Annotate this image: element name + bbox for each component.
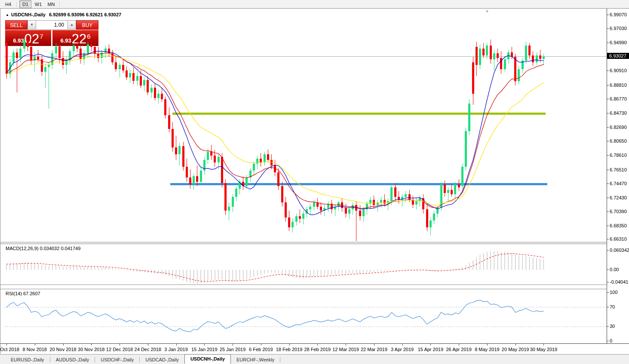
tab-eurchf-weekly[interactable]: EURCHF-,Weekly [231,355,280,364]
date-axis-tick [430,344,431,346]
price-axis-label: 6.94990 [610,40,627,45]
tab-usdcnh-daily[interactable]: USDCNH-,Daily [184,354,231,364]
date-axis-tick [374,344,374,346]
date-axis-tick [204,344,205,346]
date-axis-label: 3 Apr 2019 [391,347,414,352]
toolbar-separator [16,1,17,7]
price-axis-tick [607,198,609,198]
date-axis-tick [148,344,148,346]
price-axis-label: 6.72430 [610,195,627,200]
macd-axis-tick [607,250,609,251]
rsi-panel[interactable] [4,289,607,343]
macd-axis-tick [607,282,609,282]
price-axis-tick [607,15,609,15]
tab-separator [280,357,280,362]
price-axis-tick [607,85,609,86]
price-axis[interactable]: 6.990706.970306.949906.909106.888106.867… [607,9,629,343]
date-axis-label: 6 Feb 2019 [249,347,273,352]
macd-indicator-label: MACD(12,26,9) 0.034032 0.041749 [6,246,80,251]
rsi-indicator-label: RSI(14) 67.2607 [6,291,40,296]
price-axis-tick [607,28,609,29]
price-axis-label: 6.74470 [610,181,627,186]
price-axis-tick [607,113,609,113]
date-axis-tick [515,344,516,346]
macd-axis-tick [607,269,609,270]
date-axis[interactable]: 29 Oct 20188 Nov 201820 Nov 201830 Nov 2… [0,343,629,354]
date-axis-label: 20 May 2019 [502,347,529,352]
date-axis-tick [233,344,233,346]
date-axis-label: 3 Jan 2019 [164,347,187,352]
price-axis-tick [607,99,609,99]
price-axis-tick [607,184,609,184]
price-axis-label: 6.80650 [610,138,627,144]
date-axis-label: 30 Nov 2018 [78,347,104,352]
timeframe-button-d1[interactable]: D1 [19,0,31,8]
price-axis-label: 6.84730 [610,110,627,116]
current-price-tag: 6.93027 [607,53,629,59]
tab-audusd-daily[interactable]: AUDUSD-,Daily [50,355,95,364]
tab-usdcad-daily[interactable]: USDCAD-,Daily [140,355,184,364]
date-axis-tick [176,344,177,346]
date-axis-label: 12 Mar 2019 [332,347,359,352]
rsi-axis-label: 0 [610,338,612,343]
date-axis-tick [120,344,120,346]
rsi-axis-tick [607,292,609,293]
price-axis-label: 6.82690 [610,125,627,130]
price-axis-label: 6.76510 [610,167,627,172]
date-axis-label: 28 Feb 2019 [304,347,331,352]
rsi-axis-label: 100 [610,290,617,295]
price-axis-label: 6.88810 [610,83,627,88]
trading-terminal: H4D1W1MN ▲USDCNH-,Daily6.92699 6.93096 6… [0,0,629,364]
tab-usdchf-daily[interactable]: USDCHF-,Daily [95,355,139,364]
rsi-axis-label: 30 [610,324,615,329]
date-axis-label: 22 Mar 2019 [361,347,387,352]
price-axis-label: 6.66310 [610,236,627,242]
date-axis-label: 24 Dec 2018 [135,347,161,352]
price-axis-label: 6.78610 [610,153,627,158]
tab-eurusd-daily[interactable]: EURUSD-,Daily [5,355,50,364]
date-axis-tick [289,344,290,346]
price-axis-label: 6.68350 [610,223,627,228]
rsi-axis-label: 70 [610,304,615,309]
timeframe-button-mn[interactable]: MN [45,0,57,8]
toolbar-separator [59,1,60,7]
date-axis-tick [487,344,488,346]
price-axis-tick [607,70,609,71]
panel-splitter[interactable] [0,284,629,289]
price-axis-tick [607,155,609,156]
date-axis-tick [459,344,459,346]
date-axis-label: 8 Nov 2018 [23,347,47,352]
date-axis-label: 20 Nov 2018 [49,347,76,352]
price-axis-label: 6.70390 [610,209,627,214]
chart-window: ▲USDCNH-,Daily6.92699 6.93096 6.92621 6.… [0,8,629,354]
price-axis-label: 6.97030 [610,26,627,31]
date-axis-tick [91,344,92,346]
date-axis-label: 15 Apr 2019 [418,347,443,352]
rsi-axis-tick [607,341,609,341]
macd-axis-label: 0.060342 [610,248,629,253]
price-axis-tick [607,226,609,226]
macd-axis-label: 0.00 [610,267,619,272]
price-axis-tick [607,127,609,128]
date-axis-label: 8 May 2019 [475,347,499,352]
main-chart-area[interactable] [4,12,607,242]
timeframe-toolbar: H4D1W1MN [0,0,629,8]
macd-panel[interactable] [4,244,607,284]
timeframe-button-h4[interactable]: H4 [2,0,14,8]
timeframe-button-w1[interactable]: W1 [32,0,44,8]
price-axis-label: 6.90910 [610,68,627,73]
price-axis-tick [607,43,609,43]
price-axis-tick [607,170,609,170]
date-axis-label: 18 Feb 2019 [276,347,303,352]
date-axis-label: 29 Oct 2018 [0,347,19,352]
price-axis-tick [607,239,609,239]
date-axis-tick [261,344,261,346]
date-axis-label: 12 Dec 2018 [106,347,133,352]
date-axis-label: 30 May 2019 [530,347,558,352]
date-axis-tick [63,344,64,346]
rsi-axis-tick [607,307,609,307]
price-axis-tick [607,211,609,212]
rsi-axis-tick [607,326,609,327]
macd-axis-label: -0.04041 [610,279,628,284]
date-axis-tick [6,344,7,346]
